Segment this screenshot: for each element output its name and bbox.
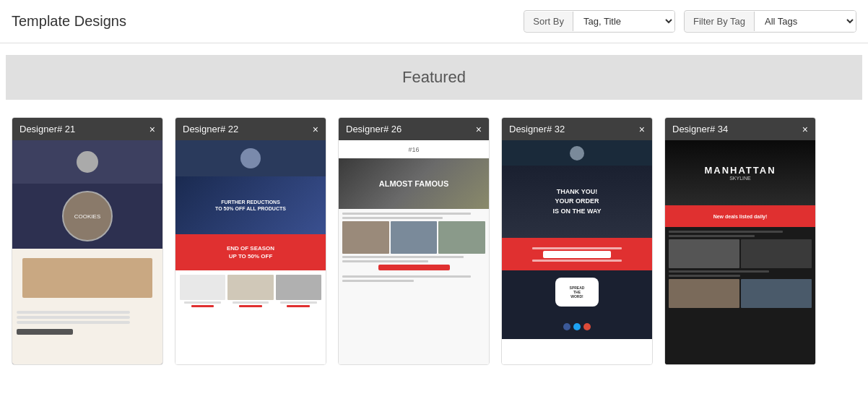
preview-22-red-band: END OF SEASONUP TO 50% OFF	[175, 234, 326, 270]
preview-26-grid-img2	[391, 221, 438, 254]
sort-control-group: Sort By Tag, Title Title Date Updated	[524, 10, 675, 33]
preview-26-grid-img1	[342, 221, 389, 254]
preview-32-bubble-section: SPREADTHEWORD!	[502, 270, 652, 314]
card-21-header: Designer# 21 ×	[12, 118, 162, 140]
card-34-title: Designer# 34	[672, 124, 728, 134]
preview-26-line4	[342, 260, 428, 262]
preview-21-line3	[17, 321, 130, 324]
preview-26-line6	[342, 280, 414, 282]
preview-34-img3	[669, 279, 739, 308]
preview-22-prod-line-3	[280, 301, 317, 304]
preview-32-btn	[543, 251, 611, 258]
card-34-close-icon[interactable]: ×	[802, 124, 808, 134]
preview-34-deals-text: New deals listed daily!	[713, 214, 768, 219]
preview-26-hero: ALMOST FAMOUS	[339, 158, 489, 209]
preview-22-prod-line-1	[184, 301, 221, 304]
preview-22-prod-img-2	[227, 275, 273, 300]
preview-32-logo-circle	[570, 146, 584, 160]
page-title: Template Designs	[12, 13, 126, 30]
sort-label: Sort By	[524, 12, 573, 31]
preview-34-img-row	[669, 239, 812, 268]
preview-34-content	[665, 227, 815, 365]
preview-26-line5	[342, 275, 471, 278]
preview-21-mid	[12, 249, 162, 307]
card-21-title: Designer# 21	[19, 124, 75, 134]
preview-26-image-grid	[342, 221, 485, 254]
preview-34-img4	[741, 279, 812, 308]
preview-21-btn	[17, 329, 73, 335]
preview-32-red-band	[502, 238, 652, 270]
preview-26-line2	[342, 217, 443, 219]
preview-22-product-3	[276, 275, 321, 365]
preview-32-footer	[502, 314, 652, 339]
preview-21-logo	[77, 151, 98, 173]
card-21-preview: COOKIES	[12, 140, 162, 365]
preview-21-cookie-circle: COOKIES	[62, 191, 113, 241]
card-32[interactable]: Designer# 32 × THANK YOU!YOUR ORDERIS ON…	[501, 117, 653, 365]
card-26-header: Designer# 26 ×	[339, 118, 489, 140]
preview-26-grid-img3	[438, 221, 485, 254]
preview-34-hero: MANHATTAN SKYLINE	[665, 140, 815, 205]
preview-21-hero: COOKIES	[12, 184, 162, 249]
preview-26-btn	[378, 265, 450, 270]
preview-21-product-img	[22, 258, 152, 298]
card-34-preview: MANHATTAN SKYLINE New deals listed daily…	[665, 140, 815, 365]
filter-control-group: Filter By Tag All Tags Featured Email Ne…	[684, 10, 856, 33]
card-21-close-icon[interactable]: ×	[149, 124, 155, 134]
preview-34-img-row2	[669, 279, 812, 308]
card-22-title: Designer# 22	[183, 124, 238, 134]
card-26[interactable]: Designer# 26 × #16 ALMOST FAMOUS	[338, 117, 490, 365]
preview-34-line3	[669, 270, 769, 273]
preview-32-hero: THANK YOU!YOUR ORDERIS ON THE WAY	[502, 166, 652, 238]
preview-26-num: #16	[339, 140, 489, 158]
preview-22-prod-line-2	[233, 301, 269, 304]
preview-26-title-overlay: ALMOST FAMOUS	[379, 179, 449, 188]
preview-32-speech-bubble: SPREADTHEWORD!	[555, 278, 599, 307]
preview-21-bottom	[12, 307, 162, 365]
preview-26-btn-row	[342, 265, 485, 270]
card-34-header: Designer# 34 ×	[665, 118, 815, 140]
header-controls: Sort By Tag, Title Title Date Updated Fi…	[524, 10, 856, 33]
filter-select[interactable]: All Tags Featured Email Newsletter	[755, 11, 856, 32]
preview-32-gp-icon	[583, 323, 591, 330]
filter-label: Filter By Tag	[685, 12, 755, 31]
card-32-close-icon[interactable]: ×	[639, 124, 645, 134]
header: Template Designs Sort By Tag, Title Titl…	[0, 0, 868, 43]
card-26-title: Designer# 26	[346, 124, 402, 134]
card-22[interactable]: Designer# 22 × FURTHER REDUCTIONSTO 50% …	[175, 117, 326, 365]
cards-container: Designer# 21 × COOKIES Last updated 5 mo…	[0, 106, 868, 377]
card-22-header: Designer# 22 ×	[175, 118, 326, 140]
preview-22-price-3	[287, 305, 310, 307]
preview-22-hero-text: FURTHER REDUCTIONSTO 50% OFF ALL PRODUCT…	[215, 199, 286, 212]
preview-21-line2	[17, 316, 130, 319]
preview-22-hero: FURTHER REDUCTIONSTO 50% OFF ALL PRODUCT…	[175, 176, 326, 234]
preview-34-line1	[669, 231, 783, 233]
card-32-title: Designer# 32	[509, 124, 565, 134]
preview-26-line1	[342, 213, 471, 215]
preview-32-red-line2	[532, 260, 622, 262]
preview-26-line3	[342, 256, 464, 258]
preview-34-line2	[669, 235, 755, 237]
preview-32-logo	[502, 140, 652, 166]
preview-32-hero-text: THANK YOU!YOUR ORDERIS ON THE WAY	[552, 187, 601, 217]
preview-32-fb-icon	[563, 323, 570, 330]
preview-34-red-band: New deals listed daily!	[665, 205, 815, 227]
card-32-preview: THANK YOU!YOUR ORDERIS ON THE WAY SPREAD…	[502, 140, 652, 365]
preview-22-sale-text: END OF SEASONUP TO 50% OFF	[227, 244, 274, 260]
preview-22-prod-img-1	[180, 275, 225, 300]
preview-34-line4	[669, 275, 740, 277]
preview-34-img2	[741, 239, 812, 268]
preview-34-img1	[669, 239, 739, 268]
card-21[interactable]: Designer# 21 × COOKIES Last updated 5 mo…	[12, 117, 163, 365]
sort-select[interactable]: Tag, Title Title Date Updated	[573, 11, 674, 32]
card-22-close-icon[interactable]: ×	[313, 124, 318, 134]
preview-22-product-1	[180, 275, 225, 365]
card-22-preview: FURTHER REDUCTIONSTO 50% OFF ALL PRODUCT…	[175, 140, 326, 365]
card-32-header: Designer# 32 ×	[502, 118, 652, 140]
card-34[interactable]: Designer# 34 × MANHATTAN SKYLINE New dea…	[664, 117, 816, 365]
preview-22-prod-img-3	[276, 275, 321, 300]
preview-22-products	[175, 270, 326, 365]
preview-26-content	[339, 209, 489, 365]
card-26-close-icon[interactable]: ×	[476, 124, 482, 134]
preview-22-price-2	[239, 305, 262, 307]
